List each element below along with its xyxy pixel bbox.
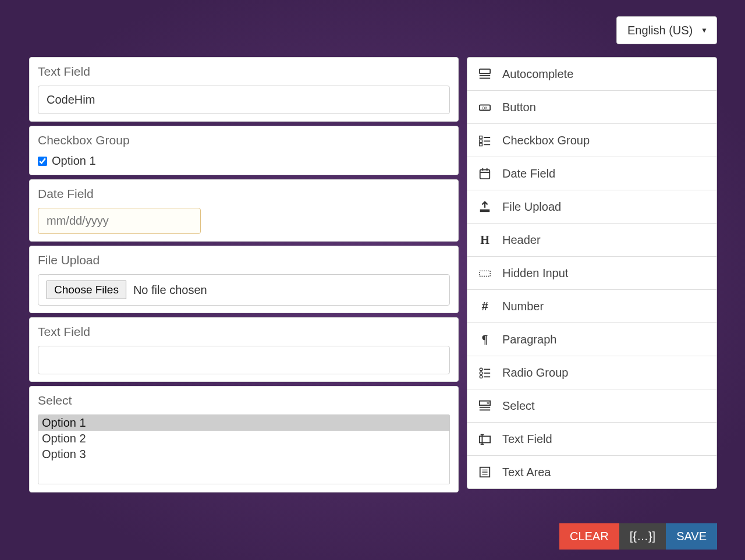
palette-item-text-area[interactable]: Text Area bbox=[467, 456, 716, 488]
choose-files-button[interactable]: Choose Files bbox=[47, 281, 126, 299]
field-label: Checkbox Group bbox=[38, 133, 450, 147]
clear-button[interactable]: CLEAR bbox=[559, 523, 619, 550]
checkbox-option[interactable]: Option 1 bbox=[38, 154, 450, 168]
control-palette: Autocomplete Button Checkbox Group Date … bbox=[467, 57, 717, 489]
palette-item-text-field[interactable]: Text Field bbox=[467, 423, 716, 456]
field-select[interactable]: Select Option 1 Option 2 Option 3 bbox=[29, 386, 459, 492]
save-button[interactable]: SAVE bbox=[666, 523, 717, 550]
palette-label: Date Field bbox=[502, 167, 555, 180]
hidden-input-icon bbox=[478, 266, 492, 280]
field-file-upload[interactable]: File Upload Choose Files No file chosen bbox=[29, 246, 459, 313]
field-label: Date Field bbox=[38, 187, 450, 201]
checkbox-input[interactable] bbox=[38, 157, 47, 166]
palette-item-hidden-input[interactable]: Hidden Input bbox=[467, 257, 716, 290]
palette-label: File Upload bbox=[502, 200, 561, 214]
text-field-icon bbox=[478, 432, 492, 446]
select-option[interactable]: Option 3 bbox=[38, 446, 449, 462]
select-option[interactable]: Option 2 bbox=[38, 431, 449, 446]
upload-icon bbox=[478, 200, 492, 214]
number-icon bbox=[478, 299, 492, 313]
calendar-icon bbox=[478, 166, 492, 180]
field-label: Text Field bbox=[38, 325, 450, 339]
button-icon bbox=[478, 100, 492, 114]
field-text-1[interactable]: Text Field bbox=[29, 57, 459, 122]
palette-label: Paragraph bbox=[502, 333, 556, 346]
palette-item-radio-group[interactable]: Radio Group bbox=[467, 356, 716, 389]
palette-label: Checkbox Group bbox=[502, 134, 590, 147]
field-label: File Upload bbox=[38, 253, 450, 267]
select-input[interactable]: Option 1 Option 2 Option 3 bbox=[38, 414, 450, 484]
palette-label: Number bbox=[502, 300, 544, 313]
palette-label: Autocomplete bbox=[502, 68, 573, 81]
palette-item-header[interactable]: Header bbox=[467, 224, 716, 257]
view-data-button[interactable]: [{…}] bbox=[619, 523, 666, 550]
field-label: Select bbox=[38, 394, 450, 407]
field-text-2[interactable]: Text Field bbox=[29, 317, 459, 382]
form-stage: Text Field Checkbox Group Option 1 Date … bbox=[29, 57, 459, 492]
select-option[interactable]: Option 1 bbox=[38, 415, 449, 431]
textarea-icon bbox=[478, 465, 492, 479]
text-input[interactable] bbox=[38, 346, 450, 374]
palette-item-autocomplete[interactable]: Autocomplete bbox=[467, 58, 716, 91]
palette-label: Text Area bbox=[502, 466, 551, 479]
header-icon bbox=[478, 233, 492, 247]
file-input-wrap: Choose Files No file chosen bbox=[38, 274, 450, 306]
palette-label: Radio Group bbox=[502, 366, 568, 380]
palette-item-number[interactable]: Number bbox=[467, 290, 716, 323]
palette-label: Header bbox=[502, 233, 541, 247]
palette-item-file-upload[interactable]: File Upload bbox=[467, 190, 716, 224]
checkbox-label: Option 1 bbox=[52, 154, 96, 168]
select-icon bbox=[478, 399, 492, 413]
palette-item-checkbox-group[interactable]: Checkbox Group bbox=[467, 124, 716, 157]
language-select[interactable]: English (US) bbox=[616, 16, 717, 44]
file-status-text: No file chosen bbox=[133, 283, 207, 297]
palette-label: Button bbox=[502, 101, 536, 114]
palette-item-select[interactable]: Select bbox=[467, 389, 716, 423]
date-input[interactable] bbox=[38, 208, 201, 234]
checkbox-group-icon bbox=[478, 133, 492, 147]
field-date[interactable]: Date Field bbox=[29, 179, 459, 242]
radio-group-icon bbox=[478, 366, 492, 380]
palette-item-date-field[interactable]: Date Field bbox=[467, 157, 716, 190]
text-input[interactable] bbox=[38, 86, 450, 114]
field-label: Text Field bbox=[38, 65, 450, 79]
palette-item-button[interactable]: Button bbox=[467, 91, 716, 124]
action-bar: CLEAR [{…}] SAVE bbox=[559, 523, 717, 550]
field-checkbox-group[interactable]: Checkbox Group Option 1 bbox=[29, 126, 459, 175]
palette-label: Text Field bbox=[502, 433, 552, 446]
paragraph-icon bbox=[478, 332, 492, 346]
builder-main: Text Field Checkbox Group Option 1 Date … bbox=[29, 57, 717, 492]
palette-label: Select bbox=[502, 399, 535, 413]
palette-label: Hidden Input bbox=[502, 267, 568, 280]
language-select-wrap: English (US) ▼ bbox=[616, 16, 717, 44]
autocomplete-icon bbox=[478, 67, 492, 81]
palette-item-paragraph[interactable]: Paragraph bbox=[467, 323, 716, 356]
